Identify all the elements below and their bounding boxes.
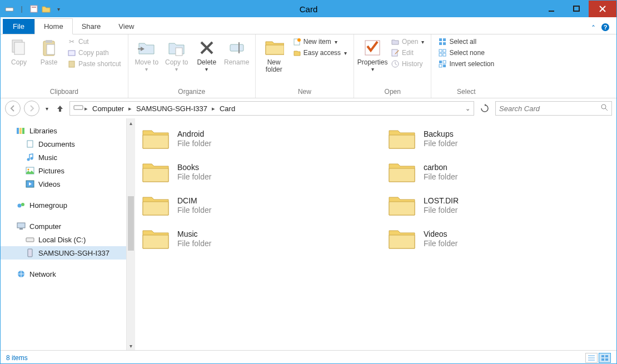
- folder-item[interactable]: AndroidFile folder: [141, 126, 365, 152]
- open-button[interactable]: Open▾: [389, 37, 426, 47]
- address-bar[interactable]: ▸ Computer ▸ SAMSUNG-SGH-I337 ▸ Card ⌄: [69, 101, 474, 116]
- folder-small-icon[interactable]: [41, 3, 52, 14]
- item-name: LOST.DIR: [424, 196, 459, 206]
- sidebar-libraries[interactable]: Libraries: [1, 124, 135, 137]
- folder-item[interactable]: BooksFile folder: [141, 159, 365, 185]
- svg-rect-44: [19, 128, 22, 134]
- svg-rect-45: [22, 128, 24, 134]
- svg-rect-54: [17, 223, 25, 228]
- group-open: Properties▾ Open▾ Edit History Open: [354, 34, 431, 98]
- paste-shortcut-button[interactable]: Paste shortcut: [65, 59, 123, 69]
- folder-item[interactable]: LOST.DIRFile folder: [387, 193, 611, 218]
- copy-button[interactable]: Copy: [5, 37, 33, 67]
- invert-selection-button[interactable]: Invert selection: [436, 59, 496, 69]
- search-box[interactable]: [495, 101, 612, 116]
- network-icon: [16, 269, 26, 279]
- edit-icon: [391, 48, 400, 57]
- maximize-button[interactable]: [564, 1, 589, 17]
- history-button[interactable]: History: [389, 59, 426, 69]
- sidebar-scrollbar[interactable]: ▴▾: [126, 118, 135, 350]
- properties-button[interactable]: Properties▾: [359, 37, 386, 73]
- search-icon[interactable]: [600, 103, 608, 113]
- up-button[interactable]: [54, 102, 66, 114]
- tab-file[interactable]: File: [3, 19, 34, 34]
- easy-access-button[interactable]: Easy access▾: [290, 48, 349, 58]
- svg-rect-64: [601, 358, 604, 361]
- collapse-ribbon-icon[interactable]: ˄: [591, 24, 595, 33]
- refresh-button[interactable]: [477, 101, 492, 116]
- crumb-computer[interactable]: Computer: [89, 102, 127, 115]
- file-list: AndroidFile folderBackupsFile folderBook…: [135, 118, 616, 350]
- details-view-button[interactable]: [585, 353, 598, 363]
- new-folder-button[interactable]: New folder: [260, 37, 288, 74]
- properties-icon[interactable]: [28, 3, 39, 14]
- edit-button[interactable]: Edit: [389, 48, 426, 58]
- address-dropdown[interactable]: ⌄: [465, 105, 470, 112]
- cut-button[interactable]: ✂Cut: [65, 37, 123, 47]
- sidebar-pictures[interactable]: Pictures: [1, 164, 135, 177]
- folder-item[interactable]: VideosFile folder: [387, 226, 611, 252]
- copy-path-button[interactable]: Copy path: [65, 48, 123, 58]
- sidebar-videos[interactable]: Videos: [1, 177, 135, 191]
- documents-icon: [25, 139, 35, 149]
- item-name: carbon: [424, 163, 457, 172]
- svg-rect-32: [439, 49, 442, 52]
- paste-button[interactable]: Paste: [35, 37, 63, 67]
- item-type: File folder: [424, 172, 457, 182]
- tab-home[interactable]: Home: [34, 18, 73, 34]
- paste-shortcut-icon: [67, 59, 76, 68]
- new-item-button[interactable]: New item▾: [290, 37, 349, 47]
- sidebar-local-disk[interactable]: Local Disk (C:): [1, 233, 135, 246]
- select-none-button[interactable]: Select none: [436, 48, 496, 58]
- folder-icon: [141, 226, 171, 252]
- sidebar-documents[interactable]: Documents: [1, 137, 135, 151]
- delete-button[interactable]: Delete▾: [193, 37, 221, 73]
- copy-to-button[interactable]: Copy to▾: [163, 37, 191, 73]
- crumb-card[interactable]: Card: [216, 102, 238, 115]
- tiles-view-button[interactable]: [599, 353, 611, 363]
- folder-item[interactable]: BackupsFile folder: [387, 126, 611, 152]
- sidebar-network[interactable]: Network: [1, 267, 135, 281]
- svg-rect-39: [443, 64, 446, 67]
- folder-icon: [387, 226, 417, 252]
- close-button[interactable]: [589, 1, 616, 17]
- help-icon[interactable]: ?: [601, 23, 610, 34]
- svg-rect-37: [443, 61, 446, 63]
- crumb-device[interactable]: SAMSUNG-SGH-I337: [133, 102, 211, 115]
- forward-button[interactable]: [24, 101, 39, 116]
- sidebar-music[interactable]: Music: [1, 151, 135, 164]
- svg-rect-65: [605, 358, 608, 361]
- svg-rect-13: [47, 44, 54, 54]
- svg-rect-38: [439, 64, 442, 67]
- svg-rect-56: [26, 238, 34, 242]
- tab-share[interactable]: Share: [73, 19, 110, 34]
- folder-item[interactable]: carbonFile folder: [387, 159, 611, 185]
- folder-icon: [141, 159, 171, 185]
- svg-rect-19: [230, 44, 243, 51]
- folder-item[interactable]: DCIMFile folder: [141, 193, 365, 218]
- tab-view[interactable]: View: [110, 19, 143, 34]
- folder-item[interactable]: MusicFile folder: [141, 226, 365, 252]
- group-select: Select all Select none Invert selection …: [431, 34, 501, 98]
- item-type: File folder: [424, 139, 457, 148]
- navigation-pane: Libraries Documents Music Pictures Video…: [1, 118, 135, 350]
- ribbon: Copy Paste ✂Cut Copy path Paste shortcut…: [1, 34, 616, 98]
- sidebar-computer[interactable]: Computer: [1, 220, 135, 233]
- sidebar-samsung[interactable]: SAMSUNG-SGH-I337: [1, 246, 135, 260]
- back-button[interactable]: [5, 101, 21, 116]
- new-item-icon: [292, 37, 301, 46]
- svg-rect-55: [19, 228, 23, 230]
- sidebar-homegroup[interactable]: Homegroup: [1, 198, 135, 212]
- move-to-button[interactable]: Move to▾: [133, 37, 161, 73]
- recent-locations-button[interactable]: ▾: [43, 103, 51, 113]
- qa-dropdown[interactable]: ▾: [53, 3, 64, 14]
- rename-button[interactable]: Rename: [223, 37, 251, 67]
- select-all-button[interactable]: Select all: [436, 37, 496, 47]
- drive-icon[interactable]: [4, 3, 15, 14]
- search-input[interactable]: [499, 104, 594, 113]
- minimize-button[interactable]: [539, 1, 564, 17]
- videos-icon: [25, 179, 35, 189]
- folder-icon: [141, 193, 171, 218]
- copy-icon: [9, 38, 29, 58]
- easy-access-icon: [292, 48, 301, 57]
